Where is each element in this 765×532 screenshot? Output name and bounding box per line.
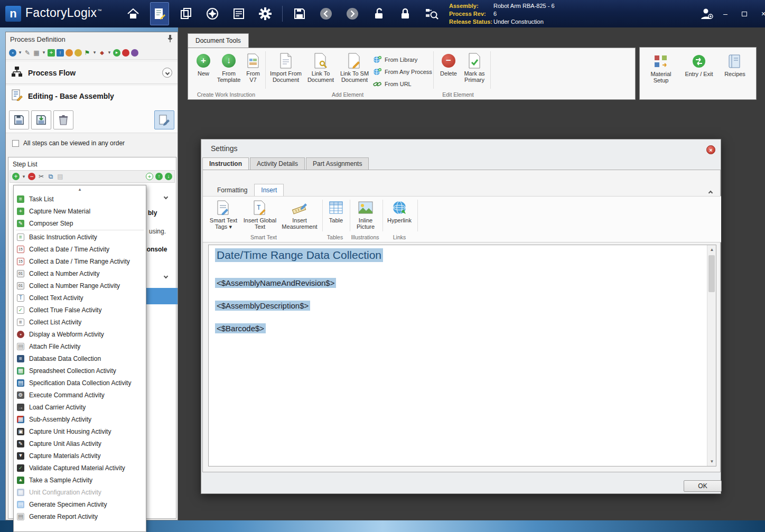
new-button[interactable]: + New — [192, 52, 214, 77]
paste-icon[interactable]: ▤ — [57, 173, 64, 180]
from-library-button[interactable]: From Library — [373, 55, 417, 64]
documents-icon[interactable] — [229, 2, 248, 25]
add-branch-icon[interactable]: + — [48, 49, 55, 57]
step-group-collapse-icon[interactable] — [164, 191, 167, 201]
dropdown-arrow-icon[interactable]: ▾ — [107, 49, 111, 57]
inline-picture-button[interactable]: Inline Picture — [352, 199, 379, 230]
dialog-close-icon[interactable]: × — [706, 145, 715, 154]
copy-icon[interactable]: ⧉ — [47, 173, 54, 180]
insert-global-text-button[interactable]: T Insert Global Text — [242, 199, 277, 230]
menu-item[interactable]: ≡Collect List Activity — [14, 316, 146, 328]
menu-item[interactable]: ▣Capture Unit Housing Activity — [14, 425, 146, 437]
scroll-up-icon[interactable]: ▲ — [707, 245, 716, 254]
menu-item[interactable]: 01Collect a Number Range Activity — [14, 279, 146, 292]
scrollbar-thumb[interactable] — [708, 255, 715, 292]
menu-item[interactable]: ▼Capture Materials Activity — [14, 450, 146, 462]
record-icon[interactable] — [122, 49, 129, 57]
link-to-sm-document-button[interactable]: Link To SM Document — [338, 52, 371, 83]
flag-icon[interactable]: ⚑ — [83, 49, 91, 57]
menu-item[interactable]: ▲Take a Sample Activity — [14, 474, 146, 486]
menu-item[interactable]: +Capture New Material — [14, 205, 146, 217]
user-account-icon[interactable] — [697, 5, 715, 22]
menu-item[interactable]: →Load Carrier Activity — [14, 401, 146, 413]
menu-item[interactable]: 15Collect a Date / Time Range Activity — [14, 255, 146, 267]
expand-all-icon[interactable]: ↓ — [165, 173, 172, 180]
menu-item[interactable]: TCollect Text Activity — [14, 292, 146, 304]
delete-element-button[interactable]: − Delete — [437, 52, 460, 77]
menu-item[interactable]: ✎Capture Unit Alias Activity — [14, 437, 146, 450]
mark-as-primary-button[interactable]: Mark as Primary — [461, 52, 488, 83]
link-to-document-button[interactable]: Link To Document — [305, 52, 336, 83]
menu-item[interactable]: ▦Sub-Assembly Activity — [14, 413, 146, 425]
maximize-icon[interactable] — [739, 8, 750, 20]
menu-item[interactable]: 01Collect a Number Activity — [14, 267, 146, 279]
collapse-ribbon-icon[interactable] — [709, 187, 712, 197]
cut-icon[interactable]: ✂ — [38, 173, 45, 180]
insert-measurement-button[interactable]: Insert Measurement — [279, 199, 320, 230]
menu-item[interactable]: ●Display a Webform Activity — [14, 328, 146, 340]
purple-circle-icon[interactable] — [131, 49, 138, 57]
editor-scrollbar[interactable]: ▲ ▼ — [707, 245, 716, 466]
export-user-icon[interactable]: ↑ — [57, 49, 64, 57]
unlock-icon[interactable] — [369, 2, 388, 25]
pin-icon[interactable] — [167, 34, 173, 44]
minimize-icon[interactable]: – — [720, 8, 731, 20]
from-template-button[interactable]: ↓ From Template — [216, 52, 242, 83]
edit-instruction-button[interactable] — [154, 110, 174, 129]
entry-exit-button[interactable]: Entry / Exit — [682, 53, 716, 77]
instruction-editor[interactable]: Date/Time Range Data Collection <$Assemb… — [208, 245, 716, 466]
lock-icon[interactable] — [396, 2, 415, 25]
menu-item[interactable]: 15Collect a Date / Time Activity — [14, 243, 146, 255]
order-checkbox[interactable] — [12, 140, 19, 147]
from-v7-button[interactable]: From V7 — [243, 52, 263, 83]
process-flow-header[interactable]: Process Flow — [6, 62, 178, 84]
from-any-process-button[interactable]: From Any Process — [373, 68, 432, 76]
tab-formatting[interactable]: Formatting — [210, 184, 254, 196]
tab-instruction[interactable]: Instruction — [202, 157, 249, 170]
undo-back-icon[interactable] — [316, 2, 335, 25]
menu-item[interactable]: ▦Spreadsheet Collection Activity — [14, 365, 146, 377]
settings-gear-icon[interactable] — [256, 2, 275, 25]
close-icon[interactable]: × — [758, 8, 765, 20]
menu-scroll-up-icon[interactable]: ▴ — [14, 185, 146, 193]
hyperlink-button[interactable]: Hyperlink — [385, 199, 414, 223]
menu-item[interactable]: ⚙Execute Command Activity — [14, 389, 146, 401]
work-instruction-editor-icon[interactable] — [150, 2, 169, 25]
tag-icon[interactable]: ◆ — [98, 49, 106, 57]
expand-section-icon[interactable] — [162, 68, 172, 78]
tab-part-assignments[interactable]: Part Assignments — [306, 157, 369, 170]
menu-item[interactable]: ≡Database Data Collection — [14, 352, 146, 365]
dropdown-arrow-icon[interactable]: ▾ — [18, 49, 22, 57]
smart-text-tags-button[interactable]: Smart Text Tags ▾ — [207, 199, 240, 230]
play-icon[interactable]: ▸ — [113, 49, 120, 57]
menu-item[interactable]: ✓Collect True False Activity — [14, 304, 146, 316]
menu-item[interactable]: ≡Basic Instruction Activity — [14, 231, 146, 243]
from-url-button[interactable]: From URL — [373, 80, 412, 88]
menu-item[interactable]: ▤Generate Specimen Activity — [14, 498, 146, 510]
menu-item[interactable]: ▤Specification Data Collection Activity — [14, 377, 146, 389]
selected-step-highlight[interactable] — [146, 288, 178, 304]
material-setup-button[interactable]: Material Setup — [645, 53, 677, 83]
table-button[interactable]: Table — [324, 199, 348, 223]
user-icon[interactable] — [66, 49, 73, 57]
redo-forward-icon[interactable] — [343, 2, 362, 25]
search-tree-icon[interactable] — [422, 2, 441, 25]
key-icon[interactable] — [74, 49, 82, 57]
home-icon[interactable] — [124, 2, 143, 25]
menu-item[interactable]: ✓Validate Captured Material Activity — [14, 462, 146, 474]
menu-item[interactable]: ▤Generate Report Activity — [14, 510, 146, 522]
menu-item[interactable]: ≡Task List — [14, 193, 146, 205]
add-step-icon[interactable]: + — [12, 173, 20, 180]
navigator-compass-icon[interactable] — [203, 2, 222, 25]
save-icon[interactable] — [290, 2, 309, 25]
remove-step-icon[interactable]: − — [28, 173, 35, 180]
globe-icon[interactable]: ● — [9, 49, 16, 57]
ok-button[interactable]: OK — [684, 480, 722, 492]
import-from-document-button[interactable]: Import From Document — [268, 52, 303, 83]
dropdown-arrow-icon[interactable]: ▾ — [42, 49, 46, 57]
collapse-all-icon[interactable]: ↑ — [155, 173, 163, 180]
save-step-button[interactable] — [9, 110, 29, 129]
menu-item[interactable]: ✎Composer Step — [14, 217, 146, 229]
process-layers-icon[interactable] — [176, 2, 195, 25]
dropdown-arrow-icon[interactable]: ▾ — [92, 49, 97, 57]
